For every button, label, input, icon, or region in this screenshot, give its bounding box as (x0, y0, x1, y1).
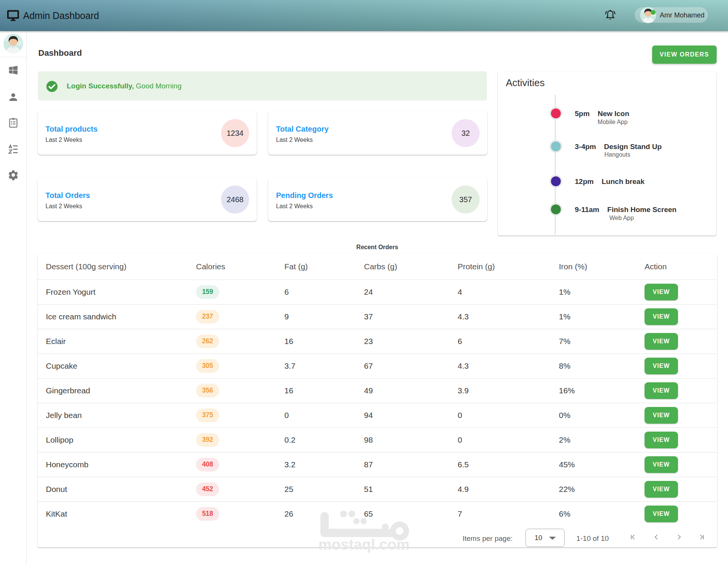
svg-text:mostaql.com: mostaql.com (318, 536, 410, 553)
